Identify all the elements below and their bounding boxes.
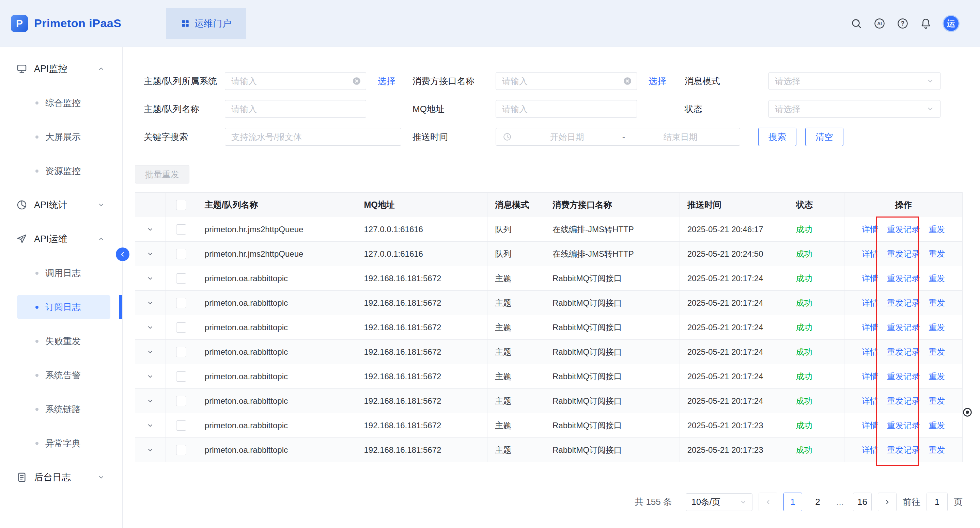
resend-record-link[interactable]: 重发记录 — [887, 298, 920, 308]
resend-link[interactable]: 重发 — [929, 249, 945, 259]
sidebar-item-big-screen[interactable]: 大屏展示 — [0, 120, 122, 154]
select-consumer-link[interactable]: 选择 — [649, 76, 666, 86]
select-all-checkbox[interactable] — [176, 200, 186, 210]
row-checkbox[interactable] — [176, 396, 186, 406]
resend-record-link[interactable]: 重发记录 — [887, 445, 920, 455]
expand-row-icon[interactable] — [147, 373, 154, 380]
row-checkbox[interactable] — [176, 347, 186, 357]
expand-row-icon[interactable] — [147, 422, 154, 429]
goto-page-input[interactable] — [926, 493, 948, 511]
page-button-2[interactable]: 2 — [808, 493, 827, 511]
sidebar-item-resource-monitor[interactable]: 资源监控 — [0, 154, 122, 188]
sidebar-item-subscription-log[interactable]: 订阅日志 — [0, 290, 122, 324]
sidebar-item-comprehensive-monitor[interactable]: 综合监控 — [0, 86, 122, 120]
system-input-field[interactable] — [231, 76, 350, 86]
prev-page-button[interactable] — [759, 493, 777, 511]
resend-record-link[interactable]: 重发记录 — [887, 420, 920, 431]
row-checkbox[interactable] — [176, 420, 186, 431]
next-page-button[interactable] — [878, 493, 897, 511]
detail-link[interactable]: 详情 — [862, 420, 878, 431]
detail-link[interactable]: 详情 — [862, 445, 878, 455]
mq-address-input[interactable] — [496, 100, 637, 118]
queue-name-input[interactable] — [225, 100, 366, 118]
expand-row-icon[interactable] — [147, 398, 154, 404]
sidebar-item-failure-resend[interactable]: 失败重发 — [0, 324, 122, 358]
expand-row-icon[interactable] — [147, 226, 154, 233]
help-icon[interactable]: ? — [896, 17, 909, 30]
detail-link[interactable]: 详情 — [862, 396, 878, 406]
search-button[interactable]: 搜索 — [758, 128, 796, 146]
system-input[interactable] — [225, 72, 366, 90]
expand-row-icon[interactable] — [147, 324, 154, 331]
row-checkbox[interactable] — [176, 249, 186, 259]
sidebar-item-api-stats[interactable]: API统计 — [0, 188, 122, 222]
consumer-input[interactable] — [496, 72, 637, 90]
consumer-input-field[interactable] — [502, 76, 620, 86]
push-time-daterange[interactable]: 开始日期 - 结束日期 — [496, 128, 740, 146]
row-checkbox[interactable] — [176, 224, 186, 235]
resend-link[interactable]: 重发 — [929, 347, 945, 357]
resend-record-link[interactable]: 重发记录 — [887, 273, 920, 284]
ai-assistant-icon[interactable]: AI — [873, 17, 886, 30]
sidebar-item-api-monitor[interactable]: API监控 — [0, 52, 122, 86]
sidebar-item-backend-log[interactable]: 后台日志 — [0, 460, 122, 494]
detail-link[interactable]: 详情 — [862, 322, 878, 333]
resend-link[interactable]: 重发 — [929, 298, 945, 308]
row-checkbox[interactable] — [176, 445, 186, 455]
sidebar-collapse-button[interactable] — [116, 247, 129, 261]
avatar[interactable]: 运 — [943, 15, 959, 32]
resend-link[interactable]: 重发 — [929, 445, 945, 455]
clear-circle-icon[interactable] — [352, 76, 361, 86]
row-checkbox[interactable] — [176, 273, 186, 284]
start-date-placeholder[interactable]: 开始日期 — [514, 132, 620, 143]
expand-row-icon[interactable] — [147, 447, 154, 453]
resend-link[interactable]: 重发 — [929, 322, 945, 333]
end-date-placeholder[interactable]: 结束日期 — [628, 132, 733, 143]
expand-row-icon[interactable] — [147, 349, 154, 355]
resend-link[interactable]: 重发 — [929, 273, 945, 284]
resend-link[interactable]: 重发 — [929, 371, 945, 382]
queue-name-input-field[interactable] — [231, 104, 361, 114]
detail-link[interactable]: 详情 — [862, 298, 878, 308]
detail-link[interactable]: 详情 — [862, 371, 878, 382]
row-checkbox[interactable] — [176, 371, 186, 382]
resend-link[interactable]: 重发 — [929, 396, 945, 406]
status-select[interactable]: 请选择 — [768, 100, 940, 118]
expand-row-icon[interactable] — [147, 251, 154, 257]
floating-widget-icon[interactable] — [962, 406, 973, 418]
row-checkbox[interactable] — [176, 298, 186, 308]
detail-link[interactable]: 详情 — [862, 224, 878, 235]
sidebar-item-exception-dict[interactable]: 异常字典 — [0, 426, 122, 460]
sidebar-item-call-log[interactable]: 调用日志 — [0, 256, 122, 290]
sidebar-item-system-trace[interactable]: 系统链路 — [0, 392, 122, 426]
reset-button[interactable]: 清空 — [805, 128, 843, 146]
expand-row-icon[interactable] — [147, 300, 154, 306]
resend-link[interactable]: 重发 — [929, 420, 945, 431]
resend-record-link[interactable]: 重发记录 — [887, 347, 920, 357]
message-mode-select[interactable]: 请选择 — [768, 72, 940, 90]
resend-record-link[interactable]: 重发记录 — [887, 224, 920, 235]
select-system-link[interactable]: 选择 — [378, 76, 396, 86]
row-checkbox[interactable] — [176, 322, 186, 333]
resend-record-link[interactable]: 重发记录 — [887, 396, 920, 406]
sidebar-item-api-ops[interactable]: API运维 — [0, 222, 122, 256]
detail-link[interactable]: 详情 — [862, 273, 878, 284]
notification-bell-icon[interactable] — [920, 17, 932, 30]
resend-record-link[interactable]: 重发记录 — [887, 249, 920, 259]
mq-address-input-field[interactable] — [502, 104, 632, 114]
batch-resend-button[interactable]: 批量重发 — [135, 165, 189, 184]
sidebar-item-system-alert[interactable]: 系统告警 — [0, 358, 122, 392]
resend-record-link[interactable]: 重发记录 — [887, 322, 920, 333]
detail-link[interactable]: 详情 — [862, 249, 878, 259]
search-icon[interactable] — [850, 17, 863, 30]
clear-circle-icon[interactable] — [623, 76, 632, 86]
resend-record-link[interactable]: 重发记录 — [887, 371, 920, 382]
page-button-16[interactable]: 16 — [853, 493, 872, 511]
tab-ops-portal[interactable]: 运维门户 — [166, 8, 246, 39]
detail-link[interactable]: 详情 — [862, 347, 878, 357]
page-ellipsis[interactable]: ... — [833, 497, 847, 507]
keyword-input-field[interactable] — [231, 132, 396, 142]
resend-link[interactable]: 重发 — [929, 224, 945, 235]
expand-row-icon[interactable] — [147, 275, 154, 282]
page-size-select[interactable]: 10条/页 — [686, 493, 752, 511]
